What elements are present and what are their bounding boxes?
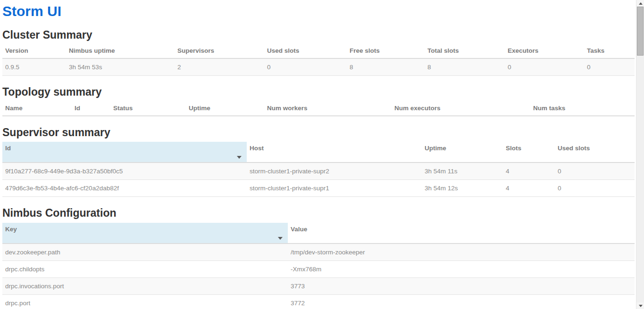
scroll-down-button[interactable] xyxy=(636,302,644,309)
table-cell: 8 xyxy=(347,58,425,76)
column-header-status[interactable]: Status xyxy=(110,102,186,116)
column-header-free-slots[interactable]: Free slots xyxy=(347,44,425,58)
table-cell: 0.9.5 xyxy=(2,58,66,76)
table-cell: 9f10a277-68c9-449e-9d3a-b327a50bf0c5 xyxy=(2,163,247,180)
table-row: 479d6c3e-fb53-4b4e-afc6-cf20a2dab82fstor… xyxy=(2,180,635,197)
table-cell: 3h 54m 53s xyxy=(66,58,175,76)
table-cell: 0 xyxy=(555,163,635,180)
table-cell: 0 xyxy=(584,58,635,76)
table-cell: 0 xyxy=(264,58,347,76)
table-row: 9f10a277-68c9-449e-9d3a-b327a50bf0c5stor… xyxy=(2,163,635,180)
main-content: Storm UI Cluster Summary Version Nimbus … xyxy=(0,0,644,309)
column-header-used-slots[interactable]: Used slots xyxy=(555,142,635,163)
table-cell: -Xmx768m xyxy=(288,260,635,277)
column-header-num-workers[interactable]: Num workers xyxy=(264,102,392,116)
scroll-up-button[interactable] xyxy=(636,0,644,7)
table-row: 0.9.53h 54m 53s208800 xyxy=(2,58,635,76)
column-header-label: Key xyxy=(5,226,17,233)
supervisor-summary-heading: Supervisor summary xyxy=(2,126,635,138)
topology-summary-heading: Topology summary xyxy=(2,86,635,98)
table-cell: storm-cluster1-private-supr2 xyxy=(247,163,422,180)
table-cell: /tmp/dev-storm-zookeeper xyxy=(288,244,635,261)
cluster-summary-table: Version Nimbus uptime Supervisors Used s… xyxy=(2,44,635,76)
table-cell: storm-cluster1-private-supr1 xyxy=(247,180,422,197)
column-header-slots[interactable]: Slots xyxy=(503,142,555,163)
table-cell: 4 xyxy=(503,163,555,180)
column-header-version[interactable]: Version xyxy=(2,44,66,58)
table-row: drpc.port3772 xyxy=(2,294,635,309)
table-header-row: Name Id Status Uptime Num workers Num ex… xyxy=(2,102,635,116)
column-header-supervisors[interactable]: Supervisors xyxy=(175,44,264,58)
column-header-uptime[interactable]: Uptime xyxy=(422,142,503,163)
scroll-down-icon xyxy=(639,305,643,307)
scroll-up-icon xyxy=(639,2,643,5)
vertical-scrollbar[interactable] xyxy=(636,0,644,309)
table-cell: drpc.port xyxy=(2,294,288,309)
column-header-key-sorted[interactable]: Key xyxy=(2,223,288,244)
table-cell: 3772 xyxy=(288,294,635,309)
table-cell: 4 xyxy=(503,180,555,197)
column-header-id[interactable]: Id xyxy=(72,102,110,116)
column-header-id-sorted[interactable]: Id xyxy=(2,142,247,163)
column-header-num-tasks[interactable]: Num tasks xyxy=(530,102,635,116)
table-cell: 0 xyxy=(505,58,584,76)
table-row: drpc.childopts-Xmx768m xyxy=(2,260,635,277)
table-cell: 0 xyxy=(555,180,635,197)
table-row: dev.zookeeper.path/tmp/dev-storm-zookeep… xyxy=(2,244,635,261)
table-cell: drpc.childopts xyxy=(2,260,288,277)
scrollbar-thumb[interactable] xyxy=(637,7,644,56)
topology-summary-table: Name Id Status Uptime Num workers Num ex… xyxy=(2,102,635,116)
nimbus-configuration-heading: Nimbus Configuration xyxy=(2,207,635,219)
table-row: drpc.invocations.port3773 xyxy=(2,277,635,294)
sort-descending-icon xyxy=(278,237,283,240)
table-header-row: Version Nimbus uptime Supervisors Used s… xyxy=(2,44,635,58)
column-header-executors[interactable]: Executors xyxy=(505,44,584,58)
table-cell: 479d6c3e-fb53-4b4e-afc6-cf20a2dab82f xyxy=(2,180,247,197)
table-cell: 2 xyxy=(175,58,264,76)
table-cell: 8 xyxy=(425,58,505,76)
column-header-num-executors[interactable]: Num executors xyxy=(392,102,530,116)
column-header-total-slots[interactable]: Total slots xyxy=(425,44,505,58)
supervisor-summary-table: Id Host Uptime Slots Used slots 9f10a277… xyxy=(2,142,635,197)
table-cell: 3h 54m 12s xyxy=(422,180,503,197)
column-header-uptime[interactable]: Uptime xyxy=(186,102,264,116)
table-cell: drpc.invocations.port xyxy=(2,277,288,294)
table-header-row: Key Value xyxy=(2,223,635,244)
table-cell: 3h 54m 11s xyxy=(422,163,503,180)
table-cell: dev.zookeeper.path xyxy=(2,244,288,261)
table-header-row: Id Host Uptime Slots Used slots xyxy=(2,142,635,163)
column-header-value[interactable]: Value xyxy=(288,223,635,244)
column-header-label: Id xyxy=(5,145,11,152)
column-header-tasks[interactable]: Tasks xyxy=(584,44,635,58)
nimbus-configuration-table: Key Value dev.zookeeper.path/tmp/dev-sto… xyxy=(2,223,635,309)
column-header-nimbus-uptime[interactable]: Nimbus uptime xyxy=(66,44,175,58)
column-header-name[interactable]: Name xyxy=(2,102,72,116)
column-header-host[interactable]: Host xyxy=(247,142,422,163)
column-header-used-slots[interactable]: Used slots xyxy=(264,44,347,58)
page-title[interactable]: Storm UI xyxy=(2,3,635,19)
sort-descending-icon xyxy=(237,156,242,159)
table-cell: 3773 xyxy=(288,277,635,294)
cluster-summary-heading: Cluster Summary xyxy=(2,29,635,41)
